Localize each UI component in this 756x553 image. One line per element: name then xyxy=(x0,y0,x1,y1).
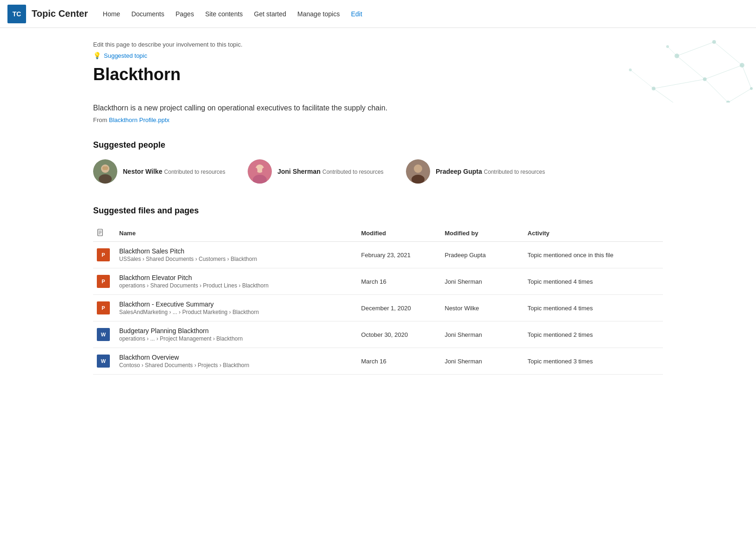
file-name[interactable]: Blackthorn Overview xyxy=(119,354,249,361)
bulb-icon: 💡 xyxy=(93,52,101,59)
svg-line-11 xyxy=(714,42,742,65)
person-role-0: Contributed to resources xyxy=(164,169,225,175)
file-name-cell: Blackthorn Sales Pitch USSales › Shared … xyxy=(115,242,358,268)
file-name-info: Blackthorn Sales Pitch USSales › Shared … xyxy=(119,247,257,262)
site-title: Topic Center xyxy=(32,8,88,19)
main-content: Blackthorn is a new project calling on o… xyxy=(0,102,756,393)
file-type-icon: P xyxy=(97,301,110,314)
file-path: USSales › Shared Documents › Customers ›… xyxy=(119,256,257,262)
site-logo: TC xyxy=(7,5,26,23)
file-name-cell: Blackthorn - Executive Summary SalesAndM… xyxy=(115,295,358,321)
file-type-icon: P xyxy=(97,248,110,261)
file-modified: February 23, 2021 xyxy=(358,242,441,268)
svg-line-16 xyxy=(742,65,751,89)
hero-section: Edit this page to describe your involvem… xyxy=(0,28,756,102)
file-path: Contoso › Shared Documents › Projects › … xyxy=(119,362,249,369)
col-modified-header: Modified xyxy=(358,225,441,242)
file-name-wrapper: Blackthorn Overview Contoso › Shared Doc… xyxy=(119,354,352,369)
file-icon-cell: P xyxy=(93,295,115,321)
table-row[interactable]: W Blackthorn Overview Contoso › Shared D… xyxy=(93,348,663,375)
file-name-cell: Budgetary Planning Blackthorn operations… xyxy=(115,321,358,348)
person-card-0[interactable]: Nestor Wilke Contributed to resources xyxy=(93,159,225,184)
person-card-2[interactable]: Pradeep Gupta Contributed to resources xyxy=(406,159,545,184)
file-modified: October 30, 2020 xyxy=(358,321,441,348)
file-modified-by: Nestor Wilke xyxy=(441,295,524,321)
col-name-header: Name xyxy=(115,225,358,242)
suggested-topic-badge[interactable]: 💡 Suggested topic xyxy=(93,52,663,59)
file-name-info: Budgetary Planning Blackthorn operations… xyxy=(119,327,243,342)
person-info-joni: Joni Sherman Contributed to resources xyxy=(277,168,384,175)
file-name-cell: Blackthorn Elevator Pitch operations › S… xyxy=(115,268,358,295)
file-name-info: Blackthorn Overview Contoso › Shared Doc… xyxy=(119,354,249,369)
topic-source: From Blackthorn Profile.pptx xyxy=(93,116,663,123)
col-activity-header: Activity xyxy=(524,225,663,242)
svg-point-31 xyxy=(262,168,265,173)
file-icon-cell: P xyxy=(93,242,115,268)
nav-site-contents[interactable]: Site contents xyxy=(205,10,243,18)
file-activity: Topic mentioned 4 times xyxy=(524,268,663,295)
file-activity: Topic mentioned 4 times xyxy=(524,295,663,321)
person-role-1: Contributed to resources xyxy=(322,169,383,175)
person-info-pradeep: Pradeep Gupta Contributed to resources xyxy=(436,168,545,175)
table-header-row: Name Modified Modified by Activity xyxy=(93,225,663,242)
file-name-wrapper: Blackthorn Sales Pitch USSales › Shared … xyxy=(119,247,352,262)
top-navigation: TC Topic Center Home Documents Pages Sit… xyxy=(0,0,756,28)
person-name-2: Pradeep Gupta xyxy=(436,168,482,175)
nav-manage-topics[interactable]: Manage topics xyxy=(297,10,340,18)
file-name-wrapper: Budgetary Planning Blackthorn operations… xyxy=(119,327,352,342)
files-table: Name Modified Modified by Activity P Bla… xyxy=(93,225,663,375)
nav-documents[interactable]: Documents xyxy=(131,10,164,18)
file-name-wrapper: Blackthorn Elevator Pitch operations › S… xyxy=(119,274,352,289)
nav-get-started[interactable]: Get started xyxy=(254,10,286,18)
suggested-people-section: Suggested people Nestor Wilke Contribute… xyxy=(93,140,663,184)
avatar-joni xyxy=(248,159,272,184)
table-row[interactable]: W Budgetary Planning Blackthorn operatio… xyxy=(93,321,663,348)
files-title: Suggested files and pages xyxy=(93,206,663,216)
file-header-icon xyxy=(97,229,104,236)
source-prefix: From xyxy=(93,116,107,123)
svg-point-33 xyxy=(414,164,422,173)
files-table-body: P Blackthorn Sales Pitch USSales › Share… xyxy=(93,242,663,375)
file-modified: December 1, 2020 xyxy=(358,295,441,321)
file-name[interactable]: Budgetary Planning Blackthorn xyxy=(119,327,243,335)
nav-edit[interactable]: Edit xyxy=(351,10,362,18)
file-modified-by: Pradeep Gupta xyxy=(441,242,524,268)
file-activity: Topic mentioned 3 times xyxy=(524,348,663,375)
person-name-1: Joni Sherman xyxy=(277,168,321,175)
suggested-topic-label: Suggested topic xyxy=(104,52,147,59)
table-row[interactable]: P Blackthorn - Executive Summary SalesAn… xyxy=(93,295,663,321)
file-modified-by: Joni Sherman xyxy=(441,348,524,375)
file-path: operations › Shared Documents › Product … xyxy=(119,282,269,289)
svg-line-12 xyxy=(705,65,742,79)
files-section: Suggested files and pages Name Modified … xyxy=(93,206,663,375)
person-name-0: Nestor Wilke xyxy=(123,168,162,175)
svg-point-30 xyxy=(255,168,257,173)
svg-point-24 xyxy=(99,174,112,184)
file-path: SalesAndMarketing › ... › Product Market… xyxy=(119,309,259,315)
person-info-nestor: Nestor Wilke Contributed to resources xyxy=(123,168,225,175)
file-modified: March 16 xyxy=(358,348,441,375)
file-modified-by: Joni Sherman xyxy=(441,268,524,295)
file-name[interactable]: Blackthorn Sales Pitch xyxy=(119,247,257,255)
file-modified: March 16 xyxy=(358,268,441,295)
col-icon-header xyxy=(93,225,115,242)
file-name[interactable]: Blackthorn - Executive Summary xyxy=(119,300,259,308)
file-name-info: Blackthorn Elevator Pitch operations › S… xyxy=(119,274,269,289)
file-type-icon: W xyxy=(97,328,110,341)
svg-line-19 xyxy=(654,89,686,102)
svg-line-13 xyxy=(677,56,705,79)
svg-line-17 xyxy=(728,89,751,102)
people-grid: Nestor Wilke Contributed to resources Jo… xyxy=(93,159,663,184)
table-row[interactable]: P Blackthorn Sales Pitch USSales › Share… xyxy=(93,242,663,268)
table-row[interactable]: P Blackthorn Elevator Pitch operations ›… xyxy=(93,268,663,295)
file-icon-cell: W xyxy=(93,348,115,375)
file-name-cell: Blackthorn Overview Contoso › Shared Doc… xyxy=(115,348,358,375)
suggested-people-title: Suggested people xyxy=(93,140,663,150)
file-name[interactable]: Blackthorn Elevator Pitch xyxy=(119,274,269,281)
person-card-1[interactable]: Joni Sherman Contributed to resources xyxy=(248,159,384,184)
source-link[interactable]: Blackthorn Profile.pptx xyxy=(109,116,169,123)
nav-home[interactable]: Home xyxy=(103,10,120,18)
svg-line-20 xyxy=(668,47,677,56)
file-type-icon: W xyxy=(97,355,110,368)
nav-pages[interactable]: Pages xyxy=(176,10,194,18)
